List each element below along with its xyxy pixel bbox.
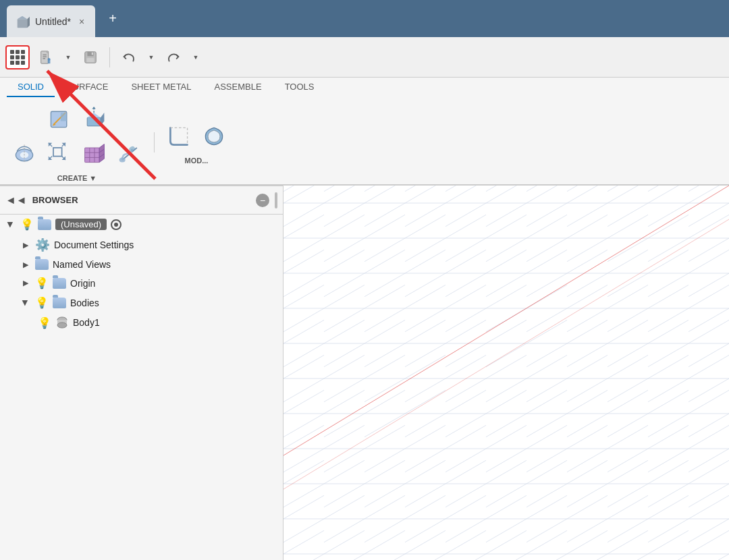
- ribbon-separator-1: [154, 132, 155, 152]
- scale-icon: [47, 142, 72, 166]
- unsaved-label: (Unsaved): [55, 219, 107, 230]
- tree-expand-origin[interactable]: ▶: [20, 278, 31, 289]
- browser-panel: ◄◄ BROWSER − ▶ 💡 (Unsaved) ▶ ⚙️ Document…: [0, 186, 284, 560]
- revolve-button[interactable]: [8, 138, 40, 170]
- svg-rect-18: [61, 113, 67, 121]
- svg-marker-2: [27, 16, 30, 27]
- bodies-label: Bodies: [70, 298, 99, 308]
- tab-area: Untitled* × +: [7, 0, 125, 37]
- grid-apps-button[interactable]: [5, 45, 30, 69]
- document-settings-label: Document Settings: [54, 240, 134, 250]
- new-dropdown-button[interactable]: ▼: [62, 45, 74, 69]
- gear-icon-document-settings: ⚙️: [35, 237, 50, 252]
- svg-point-48: [57, 323, 67, 328]
- browser-collapse-button[interactable]: ◄◄: [5, 194, 27, 206]
- undo-dropdown-arrow: ▼: [148, 54, 155, 61]
- svg-point-44: [119, 157, 126, 162]
- iso-grid-svg: [284, 186, 729, 560]
- active-tab[interactable]: Untitled* ×: [7, 5, 95, 37]
- redo-icon: [166, 50, 181, 65]
- lattice-icon: [82, 142, 107, 166]
- modify-section: MOD...: [163, 120, 230, 165]
- redo-button[interactable]: [161, 45, 186, 69]
- create-sketch-icon: [47, 107, 72, 131]
- browser-title: BROWSER: [32, 195, 250, 205]
- new-dropdown-arrow: ▼: [65, 54, 72, 61]
- visibility-icon-body1[interactable]: 💡: [38, 316, 51, 329]
- toolbar-separator: [109, 47, 110, 67]
- tree-expand-document-settings[interactable]: ▶: [20, 240, 31, 250]
- new-tab-button[interactable]: +: [101, 0, 125, 37]
- lattice-button[interactable]: [78, 138, 111, 170]
- tree-item-unsaved[interactable]: ▶ 💡 (Unsaved): [0, 215, 283, 234]
- body-icon: [55, 316, 69, 329]
- modify-label: MOD...: [185, 157, 209, 165]
- folder-icon-origin: [53, 278, 66, 289]
- visibility-icon-unsaved[interactable]: 💡: [20, 218, 34, 231]
- create-label: CREATE ▼: [57, 174, 97, 182]
- tab-close-button[interactable]: ×: [76, 15, 87, 28]
- fillet-icon: [167, 124, 191, 148]
- undo-dropdown-button[interactable]: ▼: [145, 45, 157, 69]
- svg-marker-41: [99, 144, 104, 163]
- scale-button[interactable]: [43, 138, 76, 170]
- svg-marker-1: [18, 16, 28, 19]
- svg-rect-27: [53, 148, 62, 157]
- tab-surface[interactable]: SURFACE: [56, 78, 119, 97]
- redo-dropdown-arrow: ▼: [193, 54, 199, 61]
- ribbon-content: CREATE ▼: [0, 97, 729, 188]
- ribbon: SOLID SURFACE SHEET METAL ASSEMBLE TOOLS: [0, 78, 729, 186]
- sweep-icon: [117, 142, 142, 166]
- svg-point-45: [128, 145, 136, 152]
- extrude-button[interactable]: [78, 103, 111, 135]
- tree-item-document-settings[interactable]: ▶ ⚙️ Document Settings: [0, 234, 283, 256]
- folder-icon-unsaved: [38, 219, 51, 230]
- tree-expand-named-views[interactable]: ▶: [20, 259, 31, 270]
- main-toolbar: ▼ ▼ ▼: [0, 37, 729, 78]
- svg-marker-20: [87, 113, 101, 117]
- create-sketch-button[interactable]: [43, 103, 76, 135]
- ribbon-tabs: SOLID SURFACE SHEET METAL ASSEMBLE TOOLS: [0, 78, 729, 97]
- visibility-icon-origin[interactable]: 💡: [35, 277, 49, 289]
- tree-expand-bodies[interactable]: ▶: [20, 298, 31, 308]
- svg-rect-36: [85, 148, 100, 163]
- create-more-icons: [8, 138, 146, 170]
- tab-tools[interactable]: TOOLS: [274, 78, 325, 97]
- svg-rect-0: [18, 19, 28, 28]
- svg-rect-54: [284, 186, 729, 560]
- origin-label: Origin: [70, 278, 95, 289]
- sweep-button[interactable]: [113, 138, 146, 170]
- shell-icon: [202, 124, 226, 148]
- title-bar: Untitled* × +: [0, 0, 729, 37]
- tab-sheetmetal[interactable]: SHEET METAL: [120, 78, 202, 97]
- folder-icon-bodies: [53, 298, 66, 308]
- svg-rect-14: [92, 52, 93, 55]
- active-component-indicator: [111, 219, 122, 230]
- revolve-icon: [12, 142, 36, 166]
- body1-label: Body1: [73, 317, 100, 328]
- tree-item-origin[interactable]: ▶ 💡 Origin: [0, 273, 283, 293]
- svg-marker-21: [101, 113, 104, 126]
- browser-minimize-button[interactable]: −: [256, 194, 269, 207]
- new-file-button[interactable]: [34, 45, 58, 69]
- tab-assemble[interactable]: ASSEMBLE: [204, 78, 273, 97]
- svg-marker-23: [92, 107, 95, 109]
- create-icons: [43, 103, 111, 135]
- redo-dropdown-button[interactable]: ▼: [190, 45, 202, 69]
- browser-resize-handle[interactable]: [275, 192, 277, 208]
- create-section: CREATE ▼: [8, 103, 146, 182]
- extrude-icon: [82, 107, 107, 131]
- new-file-icon: [38, 50, 53, 65]
- visibility-icon-bodies[interactable]: 💡: [35, 296, 49, 309]
- undo-button[interactable]: [117, 45, 141, 69]
- tree-expand-unsaved[interactable]: ▶: [5, 219, 16, 230]
- fillet-button[interactable]: [163, 120, 195, 152]
- save-button[interactable]: [78, 45, 103, 69]
- shell-button[interactable]: [198, 120, 230, 152]
- tab-solid[interactable]: SOLID: [7, 78, 55, 97]
- tree-item-bodies[interactable]: ▶ 💡 Bodies: [0, 293, 283, 312]
- tree-item-named-views[interactable]: ▶ Named Views: [0, 256, 283, 273]
- tree-item-body1[interactable]: 💡 Body1: [0, 312, 283, 333]
- tab-title: Untitled*: [35, 16, 71, 27]
- save-icon: [83, 50, 98, 65]
